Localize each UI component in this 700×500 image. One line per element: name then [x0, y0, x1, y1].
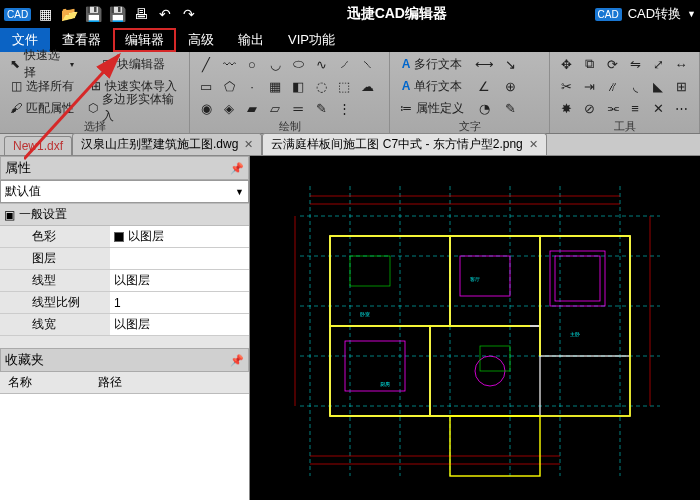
- general-section[interactable]: ▣ 一般设置: [0, 203, 249, 226]
- region-icon[interactable]: ◧: [288, 76, 308, 96]
- poly-entity-input-button[interactable]: ⬡多边形实体输入: [84, 98, 183, 118]
- fillet-icon[interactable]: ◟: [625, 76, 645, 96]
- mline-icon[interactable]: ═: [288, 98, 308, 118]
- trim-icon[interactable]: ✂: [556, 76, 576, 96]
- saveas-icon[interactable]: 💾: [107, 4, 127, 24]
- default-combo[interactable]: 默认值▼: [0, 180, 249, 203]
- chamfer-icon[interactable]: ◣: [648, 76, 668, 96]
- menu-editor[interactable]: 编辑器: [113, 28, 176, 52]
- prop-ltscale[interactable]: 线型比例1: [0, 292, 249, 314]
- pin-icon[interactable]: 📌: [230, 162, 244, 175]
- drawing-canvas[interactable]: 卧室客厅 主卧厨房: [250, 156, 700, 500]
- sketch-icon[interactable]: ✎: [311, 98, 331, 118]
- cursor-icon: ⬉: [10, 57, 20, 71]
- prop-lineweight[interactable]: 线宽以图层: [0, 314, 249, 336]
- prop-linetype[interactable]: 线型以图层: [0, 270, 249, 292]
- dim-radius-icon[interactable]: ◔: [474, 98, 494, 118]
- leader-icon[interactable]: ↘: [500, 54, 520, 74]
- arc-icon[interactable]: ◡: [265, 54, 285, 74]
- import-icon: ⊞: [91, 79, 101, 93]
- ribbon: ⬉快速选择▾ ◫选择所有 🖌匹配属性 ▣块编辑器 ⊞快速实体导入 ⬡多边形实体输…: [0, 52, 700, 134]
- save-icon[interactable]: 💾: [83, 4, 103, 24]
- explode-icon[interactable]: ✸: [556, 98, 576, 118]
- tools-more-icon[interactable]: ⋯: [671, 98, 691, 118]
- erase-icon[interactable]: ✕: [648, 98, 668, 118]
- line-icon[interactable]: ╱: [196, 54, 216, 74]
- array-icon[interactable]: ⊞: [671, 76, 691, 96]
- join-icon[interactable]: ⫘: [602, 98, 622, 118]
- col-name[interactable]: 名称: [0, 372, 90, 393]
- close-icon[interactable]: ✕: [244, 138, 253, 150]
- menu-vip[interactable]: VIP功能: [276, 28, 347, 52]
- dim-edit-icon[interactable]: ✎: [500, 98, 520, 118]
- boundary-icon[interactable]: ◌: [311, 76, 331, 96]
- app-title: 迅捷CAD编辑器: [199, 5, 594, 23]
- ribbon-group-draw: ╱ 〰 ○ ◡ ⬭ ∿ ⟋ ⟍ ▭ ⬠ · ▦ ◧ ◌ ⬚ ☁ ◉ ◈: [190, 52, 390, 133]
- solid-icon[interactable]: ▰: [242, 98, 262, 118]
- rotate-icon[interactable]: ⟳: [602, 54, 622, 74]
- align-icon[interactable]: ≡: [625, 98, 645, 118]
- group-label-draw: 绘制: [196, 118, 383, 134]
- doc-tab-2[interactable]: 汉泉山庄别墅建筑施工图.dwg✕: [72, 133, 262, 155]
- circle-icon[interactable]: ○: [242, 54, 262, 74]
- attr-icon: ≔: [400, 101, 412, 115]
- break-icon[interactable]: ⊘: [579, 98, 599, 118]
- svg-rect-20: [450, 236, 540, 326]
- select-all-button[interactable]: ◫选择所有: [6, 76, 78, 96]
- hatch-icon[interactable]: ▦: [265, 76, 285, 96]
- ellipse-icon[interactable]: ⬭: [288, 54, 308, 74]
- polyline-icon[interactable]: 〰: [219, 54, 239, 74]
- ribbon-group-text: A多行文本 A单行文本 ≔属性定义 ⟷ ∠ ◔ ↘ ⊕ ✎ 文字: [390, 52, 550, 133]
- scale-icon[interactable]: ⤢: [648, 54, 668, 74]
- pin-icon[interactable]: 📌: [230, 354, 244, 367]
- cad-convert-link[interactable]: CAD转换: [628, 5, 681, 23]
- rect-icon[interactable]: ▭: [196, 76, 216, 96]
- block-editor-button[interactable]: ▣块编辑器: [84, 54, 183, 74]
- match-prop-button[interactable]: 🖌匹配属性: [6, 98, 78, 118]
- point-icon[interactable]: ·: [242, 76, 262, 96]
- ray-icon[interactable]: ⟋: [334, 54, 354, 74]
- dim-angular-icon[interactable]: ∠: [474, 76, 494, 96]
- stretch-icon[interactable]: ↔: [671, 54, 691, 74]
- redo-icon[interactable]: ↷: [179, 4, 199, 24]
- stext-button[interactable]: A单行文本: [396, 76, 468, 96]
- collapse-icon: ▣: [4, 208, 15, 222]
- open-icon[interactable]: 📂: [59, 4, 79, 24]
- mirror-icon[interactable]: ⇋: [625, 54, 645, 74]
- doc-tab-3[interactable]: 云满庭样板间施工图 C7中式 - 东方情户型2.png✕: [262, 133, 546, 155]
- quick-select-button[interactable]: ⬉快速选择▾: [6, 54, 78, 74]
- prop-layer[interactable]: 图层: [0, 248, 249, 270]
- move-icon[interactable]: ✥: [556, 54, 576, 74]
- dim-linear-icon[interactable]: ⟷: [474, 54, 494, 74]
- doc-tab-1[interactable]: New1.dxf: [4, 136, 72, 155]
- extend-icon[interactable]: ⇥: [579, 76, 599, 96]
- trace-icon[interactable]: ▱: [265, 98, 285, 118]
- divide-icon[interactable]: ⋮: [334, 98, 354, 118]
- menu-output[interactable]: 输出: [226, 28, 276, 52]
- copy-icon[interactable]: ⧉: [579, 54, 599, 74]
- menu-advanced[interactable]: 高级: [176, 28, 226, 52]
- undo-icon[interactable]: ↶: [155, 4, 175, 24]
- offset-icon[interactable]: ⫽: [602, 76, 622, 96]
- svg-rect-28: [460, 256, 510, 296]
- 3dface-icon[interactable]: ◈: [219, 98, 239, 118]
- donut-icon[interactable]: ◉: [196, 98, 216, 118]
- xline-icon[interactable]: ⟍: [357, 54, 377, 74]
- spline-icon[interactable]: ∿: [311, 54, 331, 74]
- quick-access-toolbar: CAD ▦ 📂 💾 💾 🖶 ↶ ↷: [4, 4, 199, 24]
- dropdown-icon[interactable]: ▼: [687, 9, 696, 19]
- block-icon: ▣: [102, 57, 113, 71]
- title-bar: CAD ▦ 📂 💾 💾 🖶 ↶ ↷ 迅捷CAD编辑器 CAD CAD转换 ▼: [0, 0, 700, 28]
- attrdef-button[interactable]: ≔属性定义: [396, 98, 468, 118]
- col-path[interactable]: 路径: [90, 372, 130, 393]
- wipeout-icon[interactable]: ⬚: [334, 76, 354, 96]
- tolerance-icon[interactable]: ⊕: [500, 76, 520, 96]
- revcloud-icon[interactable]: ☁: [357, 76, 377, 96]
- print-icon[interactable]: 🖶: [131, 4, 151, 24]
- new-icon[interactable]: ▦: [35, 4, 55, 24]
- svg-rect-24: [450, 416, 540, 476]
- mtext-button[interactable]: A多行文本: [396, 54, 468, 74]
- polygon-icon[interactable]: ⬠: [219, 76, 239, 96]
- prop-color[interactable]: 色彩 以图层: [0, 226, 249, 248]
- close-icon[interactable]: ✕: [529, 138, 538, 150]
